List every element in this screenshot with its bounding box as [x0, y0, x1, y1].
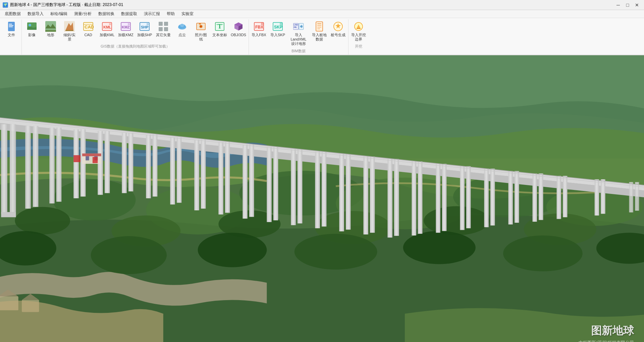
menu-item-帮助[interactable]: 帮助: [163, 10, 178, 18]
svg-rect-117: [466, 166, 471, 228]
photo-icon: [196, 21, 206, 32]
svg-point-68: [198, 232, 267, 267]
shp-icon: SHP: [139, 21, 150, 32]
svg-rect-79: [1, 212, 16, 217]
svg-rect-22: [159, 27, 163, 31]
svg-rect-129: [635, 182, 639, 210]
svg-rect-127: [601, 179, 605, 214]
tool-image-label: 影像: [28, 33, 36, 37]
cloud-icon: [177, 21, 187, 32]
terrain-scene: [0, 55, 644, 342]
toolbar-group-file-buttons: 文件: [3, 19, 20, 40]
pile-gen-icon: [333, 21, 343, 32]
tool-slope[interactable]: 倾斜/实景: [61, 19, 78, 43]
tool-other-vector[interactable]: 其它矢量: [155, 19, 172, 40]
svg-rect-81: [33, 126, 38, 207]
tool-cloud[interactable]: 点云: [173, 19, 191, 40]
svg-rect-96: [218, 142, 223, 214]
other-vector-icon: [158, 21, 169, 32]
tool-photo[interactable]: 照片/图纸: [192, 19, 210, 43]
toolbar-group-bim: FBX 导入FBX SKP 导入SKP: [249, 19, 348, 55]
menu-item-标绘/编辑[interactable]: 标绘/编辑: [47, 10, 71, 18]
tool-cad[interactable]: CAD CAD: [79, 19, 97, 40]
svg-point-64: [424, 206, 489, 235]
image-icon: [26, 21, 37, 32]
tool-skp[interactable]: SKP 导入SKP: [269, 19, 286, 40]
svg-rect-20: [159, 22, 163, 26]
svg-point-59: [546, 188, 643, 226]
svg-rect-2: [9, 25, 13, 26]
svg-point-72: [596, 232, 644, 264]
tool-text-coord[interactable]: T 文本坐标: [211, 19, 228, 40]
svg-rect-120: [508, 171, 513, 224]
tool-obj3ds[interactable]: OBJ/3DS: [230, 19, 247, 40]
tool-shp-label: 加载SHP: [137, 33, 152, 37]
svg-rect-110: [387, 159, 392, 237]
menu-item-测量/分析[interactable]: 测量/分析: [71, 10, 95, 18]
toolbar-group-gis-label: GIS数据（直接拖拽到地图区域即可加载）: [23, 43, 247, 50]
tool-obj3ds-label: OBJ/3DS: [231, 33, 246, 37]
tool-pile-gen[interactable]: 桩号生成: [329, 19, 347, 40]
svg-point-66: [0, 231, 56, 265]
landxml-icon: LAND XML: [293, 21, 304, 32]
fbx-icon: FBX: [254, 21, 264, 32]
tool-photo-label: 照片/图纸: [193, 33, 209, 42]
toolbar-group-excavate-buttons: 导入开挖边界: [350, 19, 367, 43]
menu-item-数据导入[interactable]: 数据导入: [24, 10, 47, 18]
toolbar: 文件: [0, 18, 644, 55]
slope-icon: [64, 21, 75, 32]
svg-rect-116: [460, 166, 464, 230]
tool-image[interactable]: 影像: [23, 19, 41, 40]
kmz-icon: KMZ: [120, 21, 131, 32]
svg-rect-101: [273, 147, 278, 220]
svg-rect-126: [595, 179, 599, 215]
svg-point-55: [146, 186, 250, 234]
svg-text:CAD: CAD: [85, 24, 94, 29]
toolbar-group-file: 文件: [1, 19, 22, 55]
tool-cloud-label: 点云: [178, 33, 186, 37]
tool-shp[interactable]: SHP 加载SHP: [136, 19, 153, 40]
watermark-sub: 中科图新(苏州)科技有限公司: [579, 340, 634, 342]
svg-rect-78: [10, 124, 16, 212]
menu-item-数据提取[interactable]: 数据提取: [118, 10, 141, 18]
svg-rect-105: [322, 152, 326, 226]
viewport[interactable]: 图新地球 中科图新(苏州)科技有限公司: [0, 55, 644, 342]
svg-rect-99: [249, 144, 254, 217]
tool-kmz[interactable]: KMZ 加载KMZ: [117, 19, 135, 40]
menu-item-实验室[interactable]: 实验室: [178, 10, 197, 18]
tool-fbx[interactable]: FBX 导入FBX: [250, 19, 268, 40]
menu-item-演示汇报[interactable]: 演示汇报: [141, 10, 163, 18]
svg-rect-118: [484, 168, 489, 227]
svg-rect-90: [146, 134, 151, 198]
svg-rect-74: [22, 300, 39, 312]
restore-button[interactable]: □: [623, 2, 632, 8]
svg-rect-135: [94, 156, 98, 160]
svg-rect-113: [418, 161, 422, 233]
tool-excavate-label: 导入开挖边界: [351, 33, 366, 42]
tool-landxml[interactable]: LAND XML 导入LandXML设计地形: [288, 19, 309, 47]
svg-point-62: [218, 210, 280, 237]
svg-point-56: [239, 170, 363, 215]
toolbar-group-file-label: [3, 40, 20, 42]
titlebar-controls: ─ □ ✕: [614, 2, 641, 8]
close-button[interactable]: ✕: [633, 2, 641, 8]
titlebar: 🌍 图新地球 4 - 国产三维数字地球 - 工程版 · 截止日期: 2023-0…: [0, 0, 644, 10]
tool-slope-label: 倾斜/实景: [62, 33, 77, 42]
tool-terrain[interactable]: 地形: [42, 19, 59, 40]
svg-rect-53: [0, 55, 644, 342]
svg-point-63: [315, 211, 391, 244]
svg-rect-111: [394, 159, 399, 235]
tool-kml[interactable]: KML 加载KML: [98, 19, 116, 40]
svg-text:KML: KML: [103, 25, 111, 29]
tool-excavate[interactable]: 导入开挖边界: [350, 19, 367, 43]
svg-rect-21: [164, 22, 168, 26]
tool-pile-data[interactable]: 导入桩地数据: [311, 19, 328, 43]
menu-item-数据转换[interactable]: 数据转换: [95, 10, 118, 18]
menu-item-底图数据[interactable]: 底图数据: [1, 10, 24, 18]
minimize-button[interactable]: ─: [614, 2, 623, 8]
tool-other-vector-label: 其它矢量: [156, 33, 171, 37]
svg-rect-37: [261, 23, 263, 25]
tool-file[interactable]: 文件: [3, 19, 20, 40]
tool-file-label: 文件: [8, 33, 15, 37]
svg-rect-121: [515, 171, 519, 222]
